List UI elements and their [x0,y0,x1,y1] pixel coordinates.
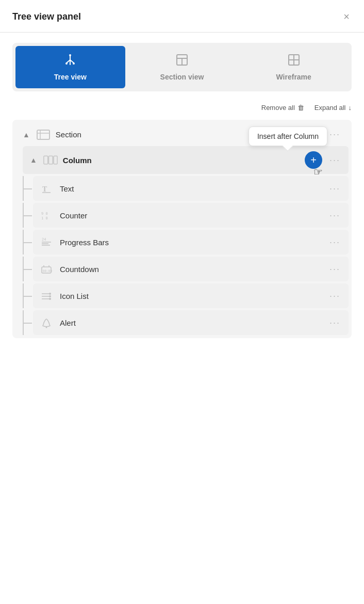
column-label: Column [63,156,300,165]
children-list: T Text ··· 9 0 1 0 [33,176,349,335]
svg-rect-15 [44,156,48,164]
progress-more-button[interactable]: ··· [327,236,342,249]
progress-item-label: Progress Bars [60,238,321,247]
plus-icon: + [310,154,317,166]
insert-after-column-button[interactable]: + [305,151,322,169]
connector-progress [23,230,33,255]
svg-text:1 0: 1 0 [41,216,48,220]
view-tabs: Tree view Section view Wir [12,43,352,91]
tab-wireframe[interactable]: Wireframe [239,46,349,88]
svg-point-34 [49,295,51,297]
trash-icon: 🗑 [297,104,304,112]
panel-title: Tree view panel [12,11,81,22]
column-icon [43,154,58,166]
text-more-button[interactable]: ··· [327,182,342,195]
svg-point-4 [65,62,68,65]
section-more-button[interactable]: ··· [327,128,342,141]
counter-item-icon: 9 0 1 0 [39,208,54,222]
list-item: Icon List ··· [33,283,349,308]
expand-all-button[interactable]: Expand all ↓ [315,104,352,112]
svg-point-33 [49,293,51,295]
svg-rect-16 [48,156,53,164]
tab-section-view-label: Section view [160,73,204,81]
list-item: Alert ··· [33,310,349,335]
connector-icon-list [23,283,33,308]
section-icon [36,129,51,140]
alert-item-icon [39,315,54,330]
remove-all-button[interactable]: Remove all 🗑 [261,104,304,112]
column-chevron[interactable]: ▲ [29,155,38,165]
svg-text:9 0: 9 0 [41,212,48,216]
column-more-button[interactable]: ··· [327,154,342,167]
tab-section-view[interactable]: Section view [127,46,237,88]
list-item: 24 Progress Bars ··· [33,230,349,255]
column-row: ▲ Column + Insert after Column [23,146,349,174]
list-item: 00:00 Countdown ··· [33,257,349,281]
insert-after-column-tooltip: Insert after Column [249,126,327,146]
expand-all-label: Expand all [315,104,346,112]
svg-point-36 [46,327,47,328]
countdown-item-icon: 00:00 [39,262,54,276]
counter-more-button[interactable]: ··· [327,209,342,222]
svg-line-2 [70,60,74,63]
list-item: 9 0 1 0 Counter ··· [33,203,349,228]
svg-rect-17 [54,156,57,164]
section-view-icon [175,53,189,69]
connector-alert [23,310,33,335]
svg-rect-12 [37,130,49,139]
progress-item-icon: 24 [39,235,54,249]
alert-more-button[interactable]: ··· [327,316,342,329]
icon-list-item-icon [39,289,54,303]
text-item-icon: T [39,181,54,196]
countdown-more-button[interactable]: ··· [327,263,342,276]
svg-point-5 [73,62,75,65]
icon-list-more-button[interactable]: ··· [327,290,342,303]
close-button[interactable]: × [341,9,352,24]
tab-wireframe-label: Wireframe [276,73,311,81]
svg-text:00:00: 00:00 [43,269,52,273]
tree-container: ▲ Section ··· ▲ [12,120,352,338]
toolbar-row: Remove all 🗑 Expand all ↓ [12,104,352,112]
connector-text [23,176,33,201]
svg-point-35 [49,298,51,300]
panel-body: Tree view Section view Wir [0,33,364,348]
svg-line-1 [67,60,70,63]
tab-tree-view-label: Tree view [54,73,87,81]
counter-item-label: Counter [60,211,321,220]
remove-all-label: Remove all [261,104,295,112]
list-item: T Text ··· [33,176,349,201]
text-item-label: Text [60,184,321,193]
tree-view-icon [63,53,77,69]
tab-tree-view[interactable]: Tree view [15,46,125,88]
section-chevron[interactable]: ▲ [22,130,31,140]
expand-icon: ↓ [349,104,352,112]
wireframe-icon [287,53,301,69]
alert-item-label: Alert [60,319,321,327]
svg-point-3 [69,54,71,56]
svg-text:T: T [42,185,47,193]
icon-list-item-label: Icon List [60,292,321,300]
connector-counter [23,203,33,228]
svg-text:24: 24 [42,237,46,242]
countdown-item-label: Countdown [60,265,321,274]
panel-header: Tree view panel × [0,0,364,33]
connector-countdown [23,257,33,281]
